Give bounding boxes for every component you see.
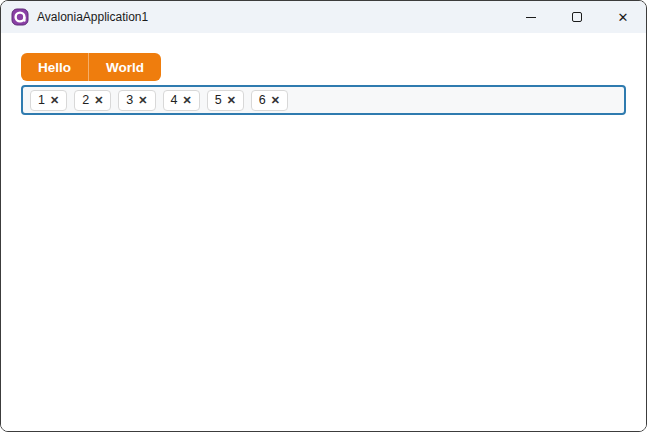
chip-3-label: 3 [126, 93, 133, 107]
close-icon: ✕ [618, 11, 629, 24]
tab-world[interactable]: World [88, 53, 161, 81]
chip-5-label: 5 [215, 93, 222, 107]
chip-4-close-icon[interactable]: ✕ [182, 95, 191, 106]
chip-input[interactable]: 1 ✕ 2 ✕ 3 ✕ 4 ✕ 5 ✕ 6 ✕ [21, 85, 626, 115]
minimize-button[interactable] [508, 1, 554, 33]
window-title: AvaloniaApplication1 [37, 10, 148, 24]
chip-1-label: 1 [38, 93, 45, 107]
close-button[interactable]: ✕ [600, 1, 646, 33]
chip-4-label: 4 [171, 93, 178, 107]
app-window: AvaloniaApplication1 ✕ Hello World 1 ✕ [0, 0, 647, 432]
chip-2: 2 ✕ [74, 90, 111, 111]
tab-world-label: World [106, 60, 144, 75]
chip-2-close-icon[interactable]: ✕ [94, 95, 103, 106]
chip-6-close-icon[interactable]: ✕ [271, 95, 280, 106]
chip-1-close-icon[interactable]: ✕ [50, 95, 59, 106]
minimize-icon [526, 17, 536, 18]
chip-4: 4 ✕ [163, 90, 200, 111]
titlebar: AvaloniaApplication1 ✕ [1, 1, 646, 33]
tab-hello-label: Hello [38, 60, 71, 75]
chip-3-close-icon[interactable]: ✕ [138, 95, 147, 106]
chip-3: 3 ✕ [118, 90, 155, 111]
chip-2-label: 2 [82, 93, 89, 107]
chip-5-close-icon[interactable]: ✕ [227, 95, 236, 106]
tab-hello[interactable]: Hello [21, 53, 88, 81]
chip-1: 1 ✕ [30, 90, 67, 111]
content-area: Hello World 1 ✕ 2 ✕ 3 ✕ 4 ✕ [1, 33, 646, 431]
maximize-icon [572, 12, 582, 22]
tab-strip: Hello World [21, 53, 161, 81]
chip-6-label: 6 [259, 93, 266, 107]
avalonia-logo-icon [11, 8, 29, 26]
chip-6: 6 ✕ [251, 90, 288, 111]
chip-5: 5 ✕ [207, 90, 244, 111]
maximize-button[interactable] [554, 1, 600, 33]
